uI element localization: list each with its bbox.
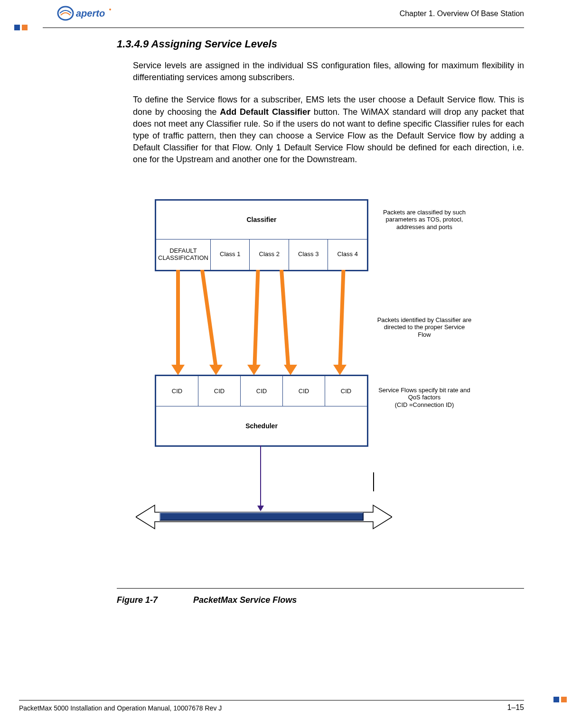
scheduler-box: CID CID CID CID CID Scheduler	[155, 375, 368, 447]
note-flow: Packets identified by Classifier are dir…	[377, 316, 472, 339]
footer-rule	[19, 700, 524, 700]
classifier-cell-1: Class 1	[211, 240, 250, 270]
arrow-4-head	[284, 365, 297, 375]
paragraph-2: To define the Service flows for a subscr…	[133, 94, 524, 166]
cid-row: CID CID CID CID CID	[156, 376, 367, 406]
marker-line	[373, 472, 374, 491]
paragraph-1: Service levels are assigned in the indiv…	[133, 60, 524, 83]
arrow-5	[338, 270, 346, 365]
arrow-1-head	[171, 365, 185, 375]
classifier-cell-default: DEFAULT CLASSIFICATION	[156, 240, 211, 270]
section-heading: 1.3.4.9 Assigning Service Levels	[117, 38, 524, 50]
arrow-2-head	[209, 365, 223, 375]
header-rule	[43, 28, 524, 28]
svg-text:aperto: aperto	[76, 8, 105, 18]
footer-left: PacketMax 5000 Installation and Operatio…	[19, 704, 222, 712]
figure-caption: Figure 1-7 PacketMax Service Flows	[117, 595, 297, 605]
arrow-2	[200, 270, 217, 365]
footer-page: 1–15	[507, 703, 524, 712]
chapter-title: Chapter 1. Overview Of Base Station	[400, 9, 524, 18]
figure-diagram: Classifier DEFAULT CLASSIFICATION Class …	[117, 199, 524, 593]
note-cid: Service Flows specify bit rate and QoS f…	[377, 387, 472, 409]
scheduler-label: Scheduler	[156, 406, 367, 445]
classifier-box: Classifier DEFAULT CLASSIFICATION Class …	[155, 199, 368, 271]
decor-squares-left	[14, 25, 28, 30]
arrow-3-head	[247, 365, 261, 375]
note-classifier: Packets are classified by such parameter…	[377, 209, 472, 231]
cid-cell-4: CID	[325, 376, 367, 406]
cid-cell-1: CID	[198, 376, 241, 406]
figure-divider	[117, 588, 524, 589]
content-area: 1.3.4.9 Assigning Service Levels Service…	[117, 38, 524, 593]
figure-title: PacketMax Service Flows	[193, 595, 297, 605]
arrow-4	[280, 270, 290, 365]
bus-bar	[159, 512, 364, 521]
arrow-3	[253, 270, 260, 365]
arrow-5-head	[333, 365, 347, 375]
decor-squares-right	[553, 697, 567, 702]
svg-point-2	[109, 9, 111, 10]
cid-cell-2: CID	[241, 376, 283, 406]
aperto-logo: aperto	[57, 5, 128, 22]
cid-cell-0: CID	[156, 376, 198, 406]
classifier-cell-2: Class 2	[250, 240, 289, 270]
para2-bold: Add Default Classifier	[220, 107, 310, 117]
classifier-row: DEFAULT CLASSIFICATION Class 1 Class 2 C…	[156, 240, 367, 270]
down-arrow-line	[260, 445, 261, 506]
classifier-cell-3: Class 3	[289, 240, 328, 270]
classifier-cell-4: Class 4	[328, 240, 367, 270]
arrow-1	[176, 270, 180, 365]
cid-cell-3: CID	[283, 376, 325, 406]
classifier-label: Classifier	[156, 201, 367, 240]
page-header: aperto Chapter 1. Overview Of Base Stati…	[0, 0, 581, 27]
figure-number: Figure 1-7	[117, 595, 158, 605]
